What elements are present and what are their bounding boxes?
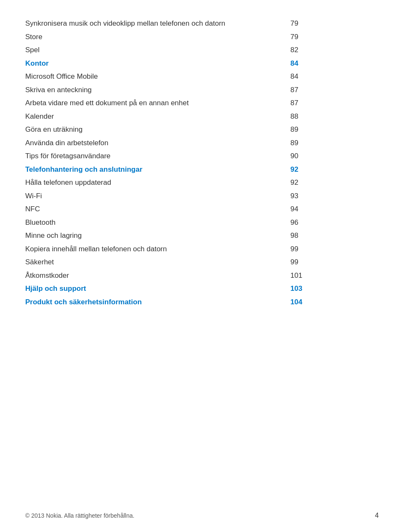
toc-row: Säkerhet99 bbox=[25, 255, 379, 269]
toc-entry-label: Kopiera innehåll mellan telefonen och da… bbox=[25, 242, 290, 256]
toc-entry-label: Microsoft Office Mobile bbox=[25, 70, 290, 83]
toc-entry-label: NFC bbox=[25, 202, 290, 216]
toc-entry-label: Spel bbox=[25, 43, 290, 57]
toc-row: Microsoft Office Mobile84 bbox=[25, 70, 379, 83]
toc-row: Göra en uträkning89 bbox=[25, 123, 379, 136]
toc-entry-page: 93 bbox=[290, 189, 379, 203]
toc-row: Hjälp och support103 bbox=[25, 282, 379, 295]
toc-row: Bluetooth96 bbox=[25, 216, 379, 229]
toc-entry-page: 84 bbox=[290, 57, 379, 70]
toc-entry-label: Produkt och säkerhetsinformation bbox=[25, 295, 290, 309]
toc-entry-page: 79 bbox=[290, 17, 379, 30]
page-content: Synkronisera musik och videoklipp mellan… bbox=[0, 0, 404, 342]
toc-row: Åtkomstkoder101 bbox=[25, 269, 379, 282]
toc-row: Kontor84 bbox=[25, 57, 379, 70]
toc-entry-label: Synkronisera musik och videoklipp mellan… bbox=[25, 17, 290, 30]
toc-entry-page: 103 bbox=[290, 282, 379, 295]
toc-entry-page: 87 bbox=[290, 83, 379, 97]
toc-entry-page: 82 bbox=[290, 43, 379, 57]
toc-entry-page: 104 bbox=[290, 295, 379, 309]
toc-entry-page: 101 bbox=[290, 269, 379, 282]
toc-entry-label: Bluetooth bbox=[25, 216, 290, 229]
toc-entry-page: 99 bbox=[290, 242, 379, 256]
toc-entry-label: Använda din arbetstelefon bbox=[25, 136, 290, 150]
toc-entry-page: 98 bbox=[290, 229, 379, 242]
toc-row: Spel82 bbox=[25, 43, 379, 57]
toc-entry-label: Säkerhet bbox=[25, 255, 290, 269]
toc-row: Skriva en anteckning87 bbox=[25, 83, 379, 97]
toc-entry-label: Arbeta vidare med ett dokument på en ann… bbox=[25, 96, 290, 110]
toc-entry-label: Store bbox=[25, 30, 290, 44]
toc-entry-page: 90 bbox=[290, 149, 379, 163]
toc-row: Minne och lagring98 bbox=[25, 229, 379, 242]
toc-entry-label: Minne och lagring bbox=[25, 229, 290, 242]
toc-entry-page: 84 bbox=[290, 70, 379, 83]
toc-entry-label: Kalender bbox=[25, 110, 290, 123]
toc-row: NFC94 bbox=[25, 202, 379, 216]
toc-row: Synkronisera musik och videoklipp mellan… bbox=[25, 17, 379, 30]
page-number: 4 bbox=[375, 512, 379, 519]
toc-entry-page: 96 bbox=[290, 216, 379, 229]
toc-entry-label: Hjälp och support bbox=[25, 282, 290, 295]
copyright-text: © 2013 Nokia. Alla rättigheter förbehåll… bbox=[25, 512, 134, 519]
toc-entry-page: 92 bbox=[290, 163, 379, 176]
toc-entry-page: 92 bbox=[290, 176, 379, 189]
toc-entry-label: Wi-Fi bbox=[25, 189, 290, 203]
toc-table: Synkronisera musik och videoklipp mellan… bbox=[25, 17, 379, 309]
toc-entry-page: 89 bbox=[290, 136, 379, 150]
toc-row: Kalender88 bbox=[25, 110, 379, 123]
toc-row: Arbeta vidare med ett dokument på en ann… bbox=[25, 96, 379, 110]
toc-entry-label: Kontor bbox=[25, 57, 290, 70]
toc-entry-label: Telefonhantering och anslutningar bbox=[25, 163, 290, 176]
toc-entry-page: 88 bbox=[290, 110, 379, 123]
toc-entry-label: Hålla telefonen uppdaterad bbox=[25, 176, 290, 189]
toc-row: Använda din arbetstelefon89 bbox=[25, 136, 379, 150]
toc-row: Kopiera innehåll mellan telefonen och da… bbox=[25, 242, 379, 256]
toc-row: Hålla telefonen uppdaterad92 bbox=[25, 176, 379, 189]
toc-entry-label: Göra en uträkning bbox=[25, 123, 290, 136]
toc-entry-page: 87 bbox=[290, 96, 379, 110]
toc-entry-page: 79 bbox=[290, 30, 379, 44]
toc-row: Wi-Fi93 bbox=[25, 189, 379, 203]
toc-row: Tips för företagsanvändare90 bbox=[25, 149, 379, 163]
toc-entry-label: Åtkomstkoder bbox=[25, 269, 290, 282]
toc-row: Telefonhantering och anslutningar92 bbox=[25, 163, 379, 176]
toc-entry-page: 99 bbox=[290, 255, 379, 269]
toc-row: Produkt och säkerhetsinformation104 bbox=[25, 295, 379, 309]
page-footer: © 2013 Nokia. Alla rättigheter förbehåll… bbox=[25, 512, 379, 519]
toc-entry-label: Skriva en anteckning bbox=[25, 83, 290, 97]
toc-row: Store79 bbox=[25, 30, 379, 44]
toc-entry-page: 94 bbox=[290, 202, 379, 216]
toc-entry-label: Tips för företagsanvändare bbox=[25, 149, 290, 163]
toc-entry-page: 89 bbox=[290, 123, 379, 136]
